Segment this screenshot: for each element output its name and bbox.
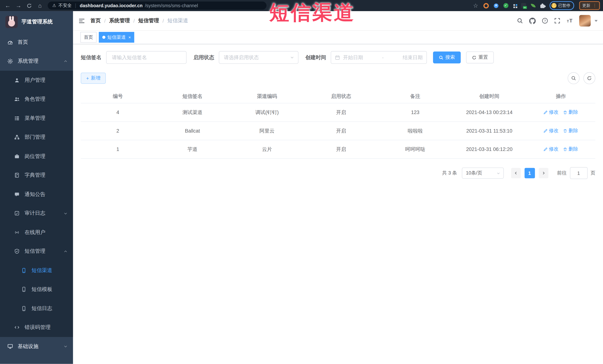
- table-row: 4 测试渠道 调试(钉钉) 开启 123 2021-04-13 00:23:14…: [81, 103, 595, 121]
- svg-text:T: T: [567, 19, 569, 23]
- breadcrumb-sms[interactable]: 短信管理: [138, 17, 159, 24]
- font-size-icon[interactable]: TT: [567, 18, 573, 24]
- tab-home[interactable]: 首页: [80, 32, 96, 43]
- chevron-right-icon: [541, 171, 545, 175]
- tab-label: 首页: [84, 34, 93, 40]
- dictionary-icon: [14, 172, 20, 178]
- browser-update-button[interactable]: 更新 ⋮: [579, 1, 600, 10]
- extension-orange-icon[interactable]: [483, 3, 489, 8]
- cell-status: 开启: [304, 140, 378, 158]
- address-bar[interactable]: ⚠ 不安全 dashboard.yudao.iocoder.cn/system/…: [48, 1, 267, 10]
- breadcrumb-system[interactable]: 系统管理: [109, 17, 130, 24]
- sidebar-item-sms[interactable]: 短信管理: [0, 242, 73, 261]
- delete-link[interactable]: 删除: [563, 109, 578, 116]
- screen: ← → ⌂ ⚠ 不安全 dashboard.yudao.iocoder.cn/s…: [0, 0, 603, 364]
- sidebar-item-sms-template[interactable]: 短信模板: [0, 280, 73, 299]
- search-icon[interactable]: [517, 18, 523, 24]
- cell-remark: 123: [378, 103, 452, 121]
- sidebar-item-users[interactable]: 用户管理: [0, 71, 73, 90]
- sidebar-item-posts[interactable]: 岗位管理: [0, 147, 73, 166]
- sidebar-item-home[interactable]: 首页: [0, 33, 73, 52]
- plus-icon: +: [86, 76, 89, 81]
- url-path: /system/sms/sms-channel: [145, 3, 198, 8]
- next-page-button[interactable]: [539, 168, 548, 178]
- date-range-picker[interactable]: 开始日期 - 结束日期: [331, 51, 427, 64]
- sidebar-item-notice[interactable]: 通知公告: [0, 185, 73, 204]
- not-secure-label: 不安全: [58, 3, 72, 9]
- cell-id: 1: [81, 140, 155, 158]
- extension-check-icon[interactable]: ✓: [503, 3, 508, 8]
- col-status: 启用状态: [304, 89, 378, 103]
- search-button[interactable]: 搜索: [433, 52, 461, 63]
- extension-grid-icon[interactable]: [513, 5, 516, 6]
- system-submenu: 用户管理 角色管理 菜单管理: [0, 71, 73, 337]
- cell-created: 2021-04-13 00:23:14: [452, 103, 526, 121]
- refresh-table-button[interactable]: [583, 72, 595, 84]
- bookmark-star-icon[interactable]: ☆: [473, 2, 478, 9]
- browser-forward-icon[interactable]: →: [14, 1, 23, 10]
- browser-menu-icon[interactable]: ⋮: [593, 3, 597, 8]
- delete-link[interactable]: 删除: [563, 128, 578, 134]
- prev-page-button[interactable]: [511, 168, 521, 178]
- sidebar-item-label: 菜单管理: [25, 115, 46, 122]
- profile-paused-badge[interactable]: 已暂停: [549, 1, 574, 10]
- select-caret-icon: [496, 171, 500, 175]
- goto-page-input[interactable]: [570, 167, 587, 179]
- extension-leaf-icon[interactable]: [531, 3, 535, 8]
- extensions-puzzle-icon[interactable]: [540, 3, 544, 8]
- github-icon[interactable]: [529, 17, 536, 24]
- briefcase-icon: [14, 153, 20, 159]
- sidebar-item-label: 审计日志: [25, 210, 46, 217]
- tab-close-icon[interactable]: ×: [128, 35, 131, 40]
- page-size-select[interactable]: 10条/页: [462, 167, 504, 178]
- date-end-placeholder: 结束日期: [403, 54, 423, 61]
- sidebar-item-menus[interactable]: 菜单管理: [0, 109, 73, 128]
- edit-link[interactable]: 修改: [544, 146, 559, 153]
- cell-code: 调试(钉钉): [230, 103, 304, 121]
- app-logo-row[interactable]: 芋道管理系统: [0, 11, 73, 33]
- sidebar-item-sms-log[interactable]: 短信日志: [0, 299, 73, 318]
- sidebar-item-dict[interactable]: 字典管理: [0, 166, 73, 185]
- extension-pin-icon[interactable]: [494, 3, 498, 8]
- extension-on-badge-icon[interactable]: on: [521, 3, 526, 8]
- sidebar-item-infra[interactable]: 基础设施: [0, 337, 73, 356]
- add-button[interactable]: + 新增: [81, 73, 106, 84]
- sidebar-item-online-users[interactable]: 在线用户: [0, 223, 73, 242]
- status-select[interactable]: 请选择启用状态: [219, 51, 298, 64]
- sidebar-item-sms-channel[interactable]: 短信渠道: [0, 261, 73, 280]
- tab-sms-channel[interactable]: 短信渠道 ×: [99, 32, 135, 43]
- sidebar-item-label: 首页: [18, 39, 28, 46]
- cell-status: 开启: [304, 103, 378, 121]
- edit-link[interactable]: 修改: [544, 128, 559, 134]
- browser-home-icon[interactable]: ⌂: [35, 1, 45, 10]
- sidebar-item-audit-log[interactable]: 审计日志: [0, 204, 73, 223]
- sidebar-toggle-icon[interactable]: [79, 17, 85, 24]
- avatar-caret-down-icon[interactable]: [594, 20, 598, 22]
- sidebar-item-departments[interactable]: 部门管理: [0, 128, 73, 147]
- delete-link[interactable]: 删除: [563, 146, 578, 153]
- sidebar-item-label: 短信日志: [32, 305, 52, 312]
- chevron-left-icon: [513, 171, 518, 175]
- sidebar-item-error-code[interactable]: 错误码管理: [0, 318, 73, 337]
- browser-reload-icon[interactable]: [25, 1, 34, 10]
- shield-icon: [14, 248, 20, 254]
- sidebar-item-roles[interactable]: 角色管理: [0, 90, 73, 109]
- fullscreen-icon[interactable]: [554, 18, 560, 24]
- help-icon[interactable]: ?: [542, 18, 548, 24]
- phone-icon: [21, 305, 27, 311]
- col-id: 编号: [81, 89, 155, 103]
- breadcrumb-home[interactable]: 首页: [90, 17, 101, 24]
- breadcrumb-separator: /: [162, 18, 164, 23]
- reset-button[interactable]: 重置: [466, 52, 494, 63]
- sign-input[interactable]: [111, 54, 182, 61]
- toggle-search-button[interactable]: [568, 72, 580, 84]
- sidebar-item-system[interactable]: 系统管理: [0, 52, 73, 71]
- browser-back-icon[interactable]: ←: [3, 1, 12, 10]
- user-avatar[interactable]: [579, 15, 591, 26]
- date-start-placeholder: 开始日期: [343, 54, 363, 61]
- edit-link[interactable]: 修改: [544, 109, 559, 116]
- delete-trash-icon: [563, 129, 567, 133]
- page-number-1[interactable]: 1: [524, 168, 535, 178]
- not-secure-warning-icon: ⚠: [52, 3, 56, 8]
- sidebar-item-label: 错误码管理: [25, 324, 51, 331]
